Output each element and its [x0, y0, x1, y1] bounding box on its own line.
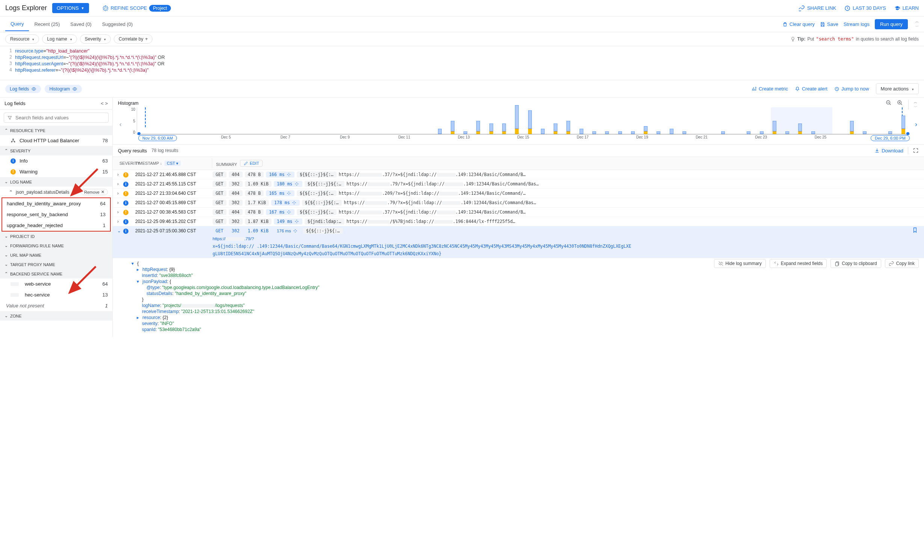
tab-suggested[interactable]: Suggested (0) — [97, 18, 138, 31]
clear-query-button[interactable]: Clear query — [782, 21, 815, 27]
save-button[interactable]: Save — [820, 21, 838, 27]
date-start-pill: Nov 29, 6:00 AM — [138, 135, 177, 141]
section-resource-type[interactable]: ⌃RESOURCE TYPE — [0, 126, 112, 135]
field-sd-upgrade[interactable]: upgrade_header_rejected1 — [2, 220, 110, 231]
correlate-filter[interactable]: Correlate by+ — [114, 35, 152, 44]
filter-icon — [7, 115, 12, 120]
field-resource-item[interactable]: Cloud HTTP Load Balancer78 — [0, 135, 112, 146]
log-row-selected[interactable]: ⌄ i 2021-12-25 07:15:00.360 CST GET 302 … — [113, 226, 924, 258]
resource-filter[interactable]: Resource — [5, 35, 39, 44]
options-button[interactable]: OPTIONS ▼ — [52, 3, 89, 13]
section-severity[interactable]: ⌃SEVERITY — [0, 146, 112, 155]
log-row[interactable]: › ! 2021-12-27 21:33:04.640 CST GET 404 … — [113, 189, 924, 198]
copy-link-button[interactable]: Copy link — [885, 259, 919, 268]
link-icon — [799, 5, 805, 11]
field-backend-hec[interactable]: hec-service13 — [0, 289, 112, 300]
remove-chip[interactable]: Remove✕ — [81, 189, 108, 195]
fullscreen-icon[interactable] — [913, 148, 919, 154]
subhead-statusdetails[interactable]: ⌃json_payload.statusDetailsRemove✕ — [0, 187, 112, 197]
more-actions-button[interactable]: More actions — [876, 83, 919, 94]
jump-to-now-button[interactable]: Jump to now — [834, 86, 869, 92]
topbar: Logs Explorer OPTIONS ▼ REFINE SCOPE Pro… — [0, 0, 924, 17]
log-row[interactable]: › i 2021-12-25 09:46:15.202 CST GET 302 … — [113, 217, 924, 226]
warning-icon: ! — [123, 191, 128, 196]
tab-recent[interactable]: Recent (25) — [29, 18, 65, 31]
expand-row-icon[interactable]: › — [117, 171, 123, 177]
share-link-button[interactable]: SHARE LINK — [799, 5, 836, 11]
histogram-prev[interactable]: ‹ — [118, 119, 123, 130]
pencil-icon — [243, 161, 249, 166]
log-fields-sidebar: Log fields< > ⌃RESOURCE TYPE Cloud HTTP … — [0, 98, 113, 337]
query-tabs: Query Recent (25) Saved (0) Suggested (0… — [0, 17, 924, 32]
expand-row-icon[interactable]: › — [117, 208, 123, 215]
copy-clipboard-button[interactable]: Copy to clipboard — [830, 259, 881, 268]
expand-row-icon[interactable]: › — [117, 190, 123, 196]
run-query-button[interactable]: Run query — [875, 19, 908, 29]
section-log-name[interactable]: ⌄LOG NAME — [0, 177, 112, 187]
create-metric-button[interactable]: Create metric — [752, 86, 788, 92]
collapse-histogram[interactable]: ︿﹀ — [914, 100, 917, 110]
bookmark-icon[interactable] — [910, 227, 919, 235]
create-alert-button[interactable]: Create alert — [795, 86, 827, 92]
expand-icon — [774, 261, 779, 266]
fields-search-input[interactable] — [4, 113, 109, 123]
zoom-in-icon[interactable] — [897, 100, 903, 106]
severity-filter[interactable]: Severity — [80, 35, 111, 44]
refine-scope-button[interactable]: REFINE SCOPE Project — [98, 3, 175, 14]
tab-saved[interactable]: Saved (0) — [65, 18, 97, 31]
section-zone[interactable]: ⌄ZONE — [0, 311, 112, 321]
query-editor[interactable]: 1resource.type="http_load_balancer"2http… — [0, 46, 924, 80]
expand-row-icon[interactable]: › — [117, 180, 123, 187]
edit-columns-button[interactable]: EDIT — [240, 160, 263, 167]
expand-nested-button[interactable]: Expand nested fields — [770, 259, 827, 268]
info-icon: i — [123, 219, 128, 224]
expand-row-icon[interactable]: › — [117, 218, 123, 224]
histogram-next[interactable]: › — [913, 119, 919, 130]
section-target-proxy[interactable]: ⌄TARGET PROXY NAME — [0, 260, 112, 269]
field-sd-handled[interactable]: handled_by_identity_aware_proxy64 — [2, 198, 110, 209]
section-fwd-rule[interactable]: ⌄FORWARDING RULE NAME — [0, 241, 112, 250]
collapse-row-icon[interactable]: ⌄ — [117, 227, 123, 233]
log-row[interactable]: › ! 2021-12-27 21:46:45.888 CST GET 404 … — [113, 170, 924, 179]
zoom-out-icon[interactable] — [886, 100, 892, 106]
field-backend-notpresent[interactable]: Value not present1 — [0, 300, 112, 311]
field-sd-response[interactable]: response_sent_by_backend13 — [2, 209, 110, 220]
learn-button[interactable]: LEARN — [894, 5, 919, 11]
section-backend-service[interactable]: ⌃BACKEND SERVICE NAME — [0, 269, 112, 278]
info-icon: i — [11, 158, 16, 164]
section-url-map[interactable]: ⌄URL MAP NAME — [0, 250, 112, 260]
page-title: Logs Explorer — [5, 4, 47, 12]
scope-icon — [103, 5, 109, 11]
histogram-chip[interactable]: Histogram — [45, 85, 82, 93]
histogram-chart[interactable]: 1050 Dec 3Dec 5Dec 7Dec 9Dec 11Dec 13Dec… — [127, 107, 910, 141]
timezone-chip[interactable]: CST ▾ — [165, 161, 181, 166]
log-row[interactable]: › i 2021-12-27 00:45:15.869 CST GET 302 … — [113, 198, 924, 208]
info-icon: i — [123, 182, 128, 187]
logfields-chip[interactable]: Log fields — [5, 85, 41, 93]
section-project-id[interactable]: ⌄PROJECT ID — [0, 232, 112, 241]
save-icon — [820, 22, 825, 27]
svg-point-9 — [137, 132, 140, 135]
tip-text: Tip: Put "search terms" in quotes to sea… — [790, 36, 919, 42]
collapse-toggle[interactable]: ︿﹀ — [915, 19, 919, 29]
field-severity-info[interactable]: iInfo63 — [0, 155, 112, 166]
hide-summary-button[interactable]: Hide log summary — [714, 259, 766, 268]
field-severity-warning[interactable]: !Warning15 — [0, 166, 112, 177]
log-row[interactable]: › ! 2021-12-27 00:38:45.583 CST GET 404 … — [113, 208, 924, 217]
timerange-button[interactable]: LAST 30 DAYS — [844, 5, 886, 11]
tab-query[interactable]: Query — [5, 17, 29, 31]
download-icon — [874, 148, 880, 153]
svg-point-10 — [906, 132, 909, 135]
logname-filter[interactable]: Log name — [42, 35, 77, 44]
download-button[interactable]: Download — [874, 148, 903, 154]
eye-off-icon — [718, 261, 723, 266]
collapse-sidebar-icon[interactable]: < > — [101, 101, 108, 106]
eye-icon — [31, 86, 36, 92]
log-row[interactable]: › i 2021-12-27 21:45:55.115 CST GET 302 … — [113, 179, 924, 189]
stream-logs-button[interactable]: Stream logs — [844, 21, 870, 27]
expand-row-icon[interactable]: › — [117, 199, 123, 205]
bulb-icon — [790, 36, 796, 42]
svg-rect-2 — [12, 138, 14, 139]
field-backend-web[interactable]: web-service64 — [0, 278, 112, 289]
info-icon: i — [123, 229, 128, 234]
